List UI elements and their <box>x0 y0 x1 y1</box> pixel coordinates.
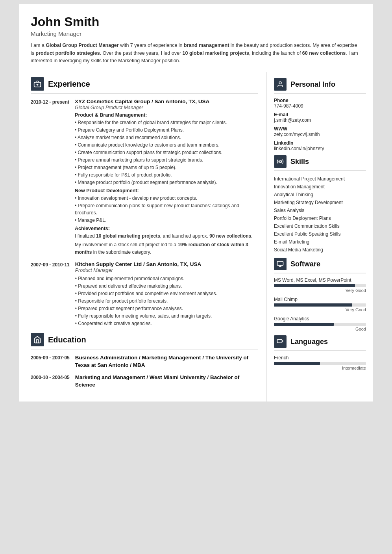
education-divider <box>31 349 258 350</box>
exp-dates-1: 2010-12 - present <box>31 99 69 256</box>
svg-rect-5 <box>277 262 283 266</box>
skills-divider <box>274 170 366 171</box>
exp-role-1: Global Group Product Manager <box>75 105 258 110</box>
experience-section-header: Experience <box>31 77 258 91</box>
software-item-3: Google Analytics Good <box>274 316 366 331</box>
sw-level-2: Very Good <box>274 307 366 312</box>
exp-content-2: Kitchen Supply Center Ltd / San Antonio,… <box>75 261 258 327</box>
languages-icon <box>274 335 287 348</box>
linkedin-block: LinkedIn linkedin.com/in/johnzety <box>274 140 366 151</box>
header-section: John Smith Marketing Manager I am a Glob… <box>19 4 373 72</box>
software-divider <box>274 273 366 273</box>
software-section-header: Software <box>274 258 366 270</box>
bullet-item: Innovation development - develop new pro… <box>75 195 258 202</box>
languages-section-header: Languages <box>274 335 366 348</box>
edu-degree-2: Marketing and Management / West Miami Un… <box>75 374 258 389</box>
sw-bar-3 <box>274 323 366 326</box>
skill-item-9: E-mail Marketing <box>274 238 366 246</box>
bullet-item: Create communication support plans for s… <box>75 149 258 156</box>
bullet-item: Cooperated with creative agencies. <box>75 320 258 327</box>
lang-name-1: French <box>274 355 366 361</box>
bullet-item: Manage P&L. <box>75 217 258 224</box>
phone-block: Phone 774-987-4009 <box>274 98 366 109</box>
sw-name-3: Google Analytics <box>274 316 366 322</box>
svg-rect-8 <box>277 340 282 343</box>
left-column: Experience 2010-12 - present XYZ Cosmeti… <box>19 72 267 401</box>
www-value: zety.com/mycv/j.smith <box>274 132 366 137</box>
software-item-2: Mail Chimp Very Good <box>274 297 366 312</box>
bullet-item: Prepared and delivered effective marketi… <box>75 283 258 290</box>
software-list: MS Word, MS Excel, MS PowerPoint Very Go… <box>274 277 366 331</box>
bullet-item: Project management (teams of up to 5 peo… <box>75 164 258 171</box>
bullet-item: Analyze market trends and recommend solu… <box>75 134 258 141</box>
linkedin-label: LinkedIn <box>274 140 366 146</box>
kitchen-bullets: Planned and implemented promotional camp… <box>75 275 258 327</box>
subsection-brand-mgmt: Product & Brand Management: <box>75 112 258 118</box>
bullet-item: Fully responsible for P&L of product por… <box>75 171 258 178</box>
subsection-achievements: Achievements: <box>75 226 258 231</box>
candidate-title: Marketing Manager <box>31 30 361 37</box>
languages-divider <box>274 350 366 351</box>
candidate-summary: I am a Global Group Product Manager with… <box>31 42 361 65</box>
languages-title: Languages <box>290 338 328 346</box>
edu-content-2: Marketing and Management / West Miami Un… <box>75 374 258 389</box>
skills-icon <box>274 155 287 168</box>
email-label: E-mail <box>274 112 366 117</box>
bullet-item: Responsible for product portfolio foreca… <box>75 297 258 305</box>
exp-company-2: Kitchen Supply Center Ltd / San Antonio,… <box>75 261 258 267</box>
brand-mgmt-bullets: Responsible for the creation of global b… <box>75 119 258 186</box>
sw-name-2: Mail Chimp <box>274 297 366 302</box>
edu-degree-1: Business Administration / Marketing Mana… <box>75 354 258 369</box>
sw-level-3: Good <box>274 327 366 331</box>
sw-bar-2 <box>274 303 366 307</box>
skills-list: International Project Management Innovat… <box>274 175 366 254</box>
bullet-item: Manage product portfolio (product segmen… <box>75 179 258 186</box>
skill-item-3: Analytical Thinking <box>274 191 366 199</box>
lang-level-1: Intermediate <box>274 366 366 370</box>
software-title: Software <box>290 260 320 268</box>
lang-fill-1 <box>274 362 320 365</box>
experience-divider <box>31 93 258 94</box>
personal-info-divider <box>274 93 366 94</box>
exp-company-1: XYZ Cosmetics Capital Group / San Antoni… <box>75 99 258 104</box>
personal-info-title: Personal Info <box>290 80 335 89</box>
exp-role-2: Product Manager <box>75 268 258 273</box>
exp-dates-2: 2007-09 - 2010-11 <box>31 261 70 327</box>
education-entry-1: 2005-09 - 2007-05 Business Administratio… <box>31 354 258 369</box>
education-entry-2: 2000-10 - 2004-05 Marketing and Manageme… <box>31 374 258 389</box>
skill-item-1: International Project Management <box>274 175 366 183</box>
education-icon <box>31 333 44 346</box>
sw-fill-2 <box>274 303 352 307</box>
right-column: Personal Info Phone 774-987-4009 E-mail … <box>267 72 373 382</box>
skill-item-2: Innovation Management <box>274 183 366 191</box>
bullet-item: Responsible for the creation of global b… <box>75 119 258 126</box>
lang-bar-1 <box>274 362 366 365</box>
linkedin-value: linkedin.com/in/johnzety <box>274 146 366 151</box>
education-title: Education <box>48 335 86 344</box>
achievement-2: My involvement in a stock sell-off proje… <box>75 241 258 256</box>
skill-item-6: Portfolio Deployment Plans <box>274 214 366 222</box>
skills-title: Skills <box>290 158 309 166</box>
skill-item-10: Social Media Marketing <box>274 246 366 254</box>
resume-document: John Smith Marketing Manager I am a Glob… <box>19 4 373 402</box>
bullet-item: Prepare annual marketing plans to suppor… <box>75 156 258 164</box>
skills-section-header: Skills <box>274 155 366 168</box>
edu-dates-1: 2005-09 - 2007-05 <box>31 354 70 369</box>
edu-content-1: Business Administration / Marketing Mana… <box>75 354 258 369</box>
svg-point-4 <box>279 161 281 163</box>
language-item-1: French Intermediate <box>274 355 366 370</box>
skill-item-4: Marketing Strategy Development <box>274 199 366 206</box>
subsection-new-product: New Product Development: <box>75 188 258 193</box>
bullet-item: Fully responsible for meeting volume, sa… <box>75 312 258 320</box>
achievement-1: I finalized 10 global marketing projects… <box>75 232 258 240</box>
software-icon <box>274 258 287 270</box>
experience-entry-1: 2010-12 - present XYZ Cosmetics Capital … <box>31 99 258 256</box>
software-item-1: MS Word, MS Excel, MS PowerPoint Very Go… <box>274 277 366 293</box>
email-value: j.smith@zety.com <box>274 117 366 123</box>
svg-point-3 <box>279 82 281 84</box>
personal-info-icon <box>274 78 287 91</box>
personal-info-header: Personal Info <box>274 78 366 91</box>
email-block: E-mail j.smith@zety.com <box>274 112 366 123</box>
languages-list: French Intermediate <box>274 355 366 370</box>
education-section-header: Education <box>31 333 258 346</box>
